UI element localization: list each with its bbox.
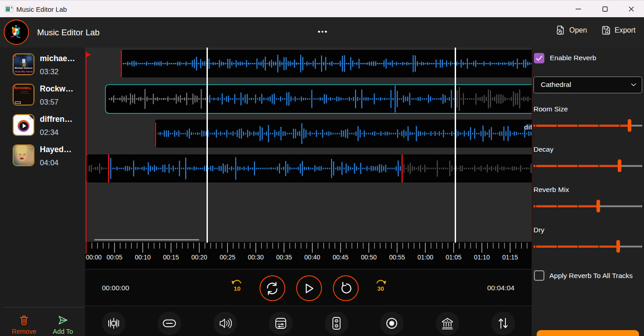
svg-text:00:55: 00:55	[389, 254, 405, 261]
svg-text:00:35: 00:35	[276, 254, 292, 261]
svg-text:00:20: 00:20	[191, 254, 207, 261]
svg-text:dif: dif	[524, 123, 532, 131]
svg-text:00:50: 00:50	[361, 254, 377, 261]
svg-text:00:00: 00:00	[86, 254, 102, 261]
svg-text:10: 10	[234, 285, 240, 292]
svg-text:01:15: 01:15	[502, 254, 518, 261]
svg-text:00:30: 00:30	[248, 254, 264, 261]
svg-text:01:10: 01:10	[474, 254, 490, 261]
svg-text:00:05: 00:05	[106, 254, 122, 261]
svg-text:00:25: 00:25	[220, 254, 235, 261]
svg-text:00:45: 00:45	[332, 254, 348, 261]
svg-text:30: 30	[377, 285, 384, 292]
svg-text:00:15: 00:15	[163, 254, 179, 261]
svg-text:00:10: 00:10	[135, 254, 151, 261]
svg-text:00:40: 00:40	[304, 254, 320, 261]
svg-text:01:05: 01:05	[446, 254, 461, 261]
svg-text:01:00: 01:00	[418, 254, 433, 261]
